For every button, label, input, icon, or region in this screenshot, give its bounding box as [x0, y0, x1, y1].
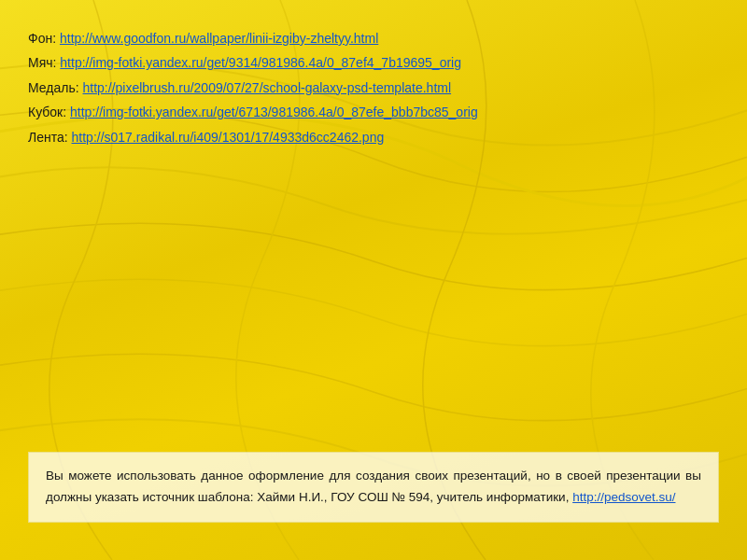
link-myach[interactable]: http://img-fotki.yandex.ru/get/9314/9819… — [60, 55, 461, 70]
link-kubok[interactable]: http://img-fotki.yandex.ru/get/6713/9819… — [70, 105, 478, 119]
link-medal[interactable]: http://pixelbrush.ru/2009/07/27/school-g… — [83, 80, 452, 95]
link-line-3: Медаль: http://pixelbrush.ru/2009/07/27/… — [28, 77, 719, 98]
link-line-5: Лента: http://s017.radikal.ru/i409/1301/… — [28, 127, 719, 147]
label-myach: Мяч: — [28, 55, 60, 70]
label-lenta: Лента: — [28, 130, 72, 145]
label-medal: Медаль: — [28, 80, 83, 95]
link-line-2: Мяч: http://img-fotki.yandex.ru/get/9314… — [28, 52, 719, 73]
main-content: Фон: http://www.goodfon.ru/wallpaper/lin… — [0, 0, 747, 170]
label-kubok: Кубок: — [28, 105, 70, 119]
footer-box: Вы можете использовать данное оформление… — [28, 452, 719, 523]
link-fon[interactable]: http://www.goodfon.ru/wallpaper/linii-iz… — [60, 31, 378, 46]
link-lenta[interactable]: http://s017.radikal.ru/i409/1301/17/4933… — [72, 130, 385, 145]
label-fon: Фон: — [28, 31, 60, 46]
footer-text: Вы можете использовать данное оформление… — [46, 466, 701, 509]
footer-link[interactable]: http://pedsovet.su/ — [572, 490, 675, 504]
link-line-1: Фон: http://www.goodfon.ru/wallpaper/lin… — [28, 28, 719, 49]
link-line-4: Кубок: http://img-fotki.yandex.ru/get/67… — [28, 102, 719, 122]
links-section: Фон: http://www.goodfon.ru/wallpaper/lin… — [28, 28, 719, 147]
